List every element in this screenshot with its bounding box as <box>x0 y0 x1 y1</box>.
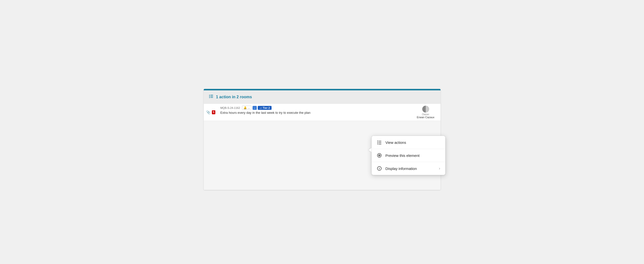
view-actions-icon <box>377 140 382 145</box>
menu-item-preview[interactable]: Preview this element <box>372 149 445 162</box>
action-row: 📎 S MQB-S-24-1162 🔔 ... ↓ Tier 2 <box>204 104 440 121</box>
view-actions-label: View actions <box>386 140 440 144</box>
svg-rect-7 <box>378 141 381 141</box>
svg-rect-3 <box>210 96 213 97</box>
header-title: 1 action in 2 rooms <box>216 95 252 99</box>
svg-rect-17 <box>379 167 380 168</box>
header-section: 1 action in 2 rooms <box>204 90 440 104</box>
preview-label: Preview this element <box>386 153 440 158</box>
badge-group: 🔔 ... ↓ Tier 2 <box>242 106 272 110</box>
action-id: MQB-S-24-1162 <box>220 106 240 109</box>
action-meta: MQB-S-24-1162 🔔 ... ↓ Tier 2 <box>220 106 408 110</box>
preview-icon <box>377 153 382 158</box>
svg-rect-6 <box>377 141 378 141</box>
svg-rect-8 <box>377 142 378 143</box>
badge-bell[interactable]: 🔔 ... <box>242 106 251 110</box>
badge-tier2[interactable]: Tier 2 <box>258 106 272 110</box>
svg-rect-0 <box>209 95 210 96</box>
status-badge: S <box>212 110 216 114</box>
svg-point-14 <box>379 155 380 156</box>
svg-rect-9 <box>378 142 381 143</box>
context-menu-container: View actions Preview this element <box>372 136 446 175</box>
svg-rect-16 <box>379 168 380 169</box>
svg-rect-1 <box>210 95 213 95</box>
menu-item-display-info[interactable]: Display information › <box>372 162 445 175</box>
svg-rect-4 <box>209 97 210 98</box>
svg-rect-5 <box>210 97 213 98</box>
info-icon <box>377 166 382 171</box>
chevron-right-icon: › <box>439 166 440 171</box>
header-list-icon <box>209 94 214 100</box>
action-row-right: Owner Erwan Cazaux <box>411 104 440 121</box>
display-info-label: Display information <box>386 166 436 171</box>
owner-label: Owner <box>422 113 429 116</box>
badge-down[interactable]: ↓ <box>252 106 257 110</box>
avatar <box>422 106 429 113</box>
svg-rect-2 <box>209 96 210 97</box>
svg-rect-11 <box>378 144 381 144</box>
svg-rect-10 <box>377 143 378 144</box>
menu-item-view-actions[interactable]: View actions <box>372 136 445 149</box>
owner-name: Erwan Cazaux <box>417 116 434 119</box>
page-wrapper: 1 action in 2 rooms 📎 S MQB-S-24-1162 🔔 … <box>0 0 644 264</box>
action-row-left: 📎 S <box>204 104 218 121</box>
action-row-middle: MQB-S-24-1162 🔔 ... ↓ Tier 2 Extra hours <box>218 104 411 121</box>
action-description: Extra hours every day in the last week t… <box>220 111 408 115</box>
context-menu: View actions Preview this element <box>372 136 446 175</box>
clip-icon: 📎 <box>206 110 210 114</box>
